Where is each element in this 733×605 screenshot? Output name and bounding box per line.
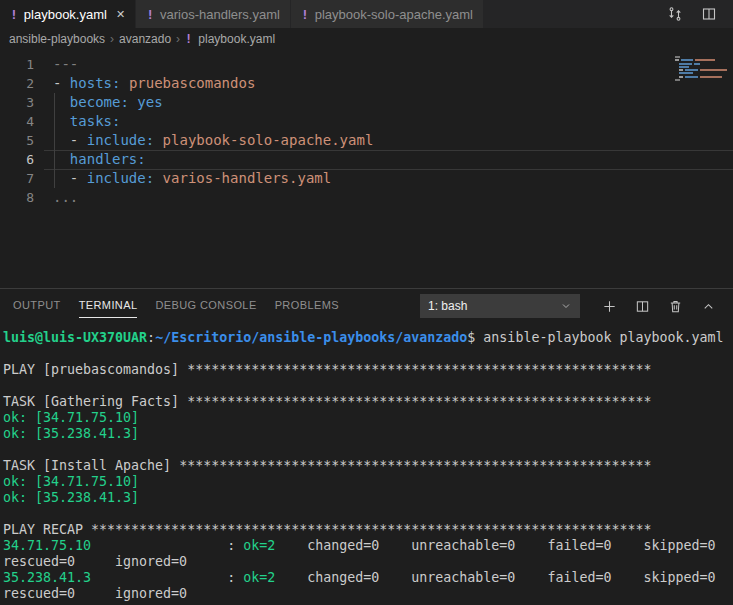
tab-label: playbook.yaml <box>24 7 107 22</box>
panel-actions: 1: bash <box>420 294 733 318</box>
yaml-file-icon: ! <box>301 7 309 22</box>
terminal-line <box>3 346 733 362</box>
terminal-line: ok: [34.71.75.10] <box>3 474 733 490</box>
terminal-line: rescued=0 ignored=0 <box>3 586 733 602</box>
minimap-bar <box>700 76 722 78</box>
breadcrumb[interactable]: ansible-playbooks›avanzado›!playbook.yam… <box>0 28 733 50</box>
line-number-gutter: 12345678 <box>0 55 34 207</box>
editor-tabs: !playbook.yaml✕!varios-handlers.yaml!pla… <box>0 0 651 28</box>
tab-playbook-solo-apache.yaml[interactable]: !playbook-solo-apache.yaml <box>291 0 484 28</box>
code-line: --- <box>53 55 373 74</box>
terminal-line: ok: [35.238.41.3] <box>3 426 733 442</box>
chevron-right-icon: › <box>110 32 114 46</box>
terminal-line: 35.238.41.3 : ok=2 changed=0 unreachable… <box>3 570 733 586</box>
line-number: 1 <box>0 55 34 74</box>
panel-header: OUTPUTTERMINALDEBUG CONSOLEPROBLEMS 1: b… <box>0 289 733 323</box>
maximize-panel-icon[interactable] <box>696 294 720 318</box>
kill-terminal-icon[interactable] <box>663 294 687 318</box>
code-line: ... <box>53 188 373 207</box>
line-number: 6 <box>0 150 34 169</box>
terminal-line: ok: [35.238.41.3] <box>3 490 733 506</box>
panel-tab-output[interactable]: OUTPUT <box>13 294 61 318</box>
terminal-line: luis@luis-UX370UAR:~/Escritorio/ansible-… <box>3 330 733 346</box>
terminal-line: PLAY [pruebascomandos] *****************… <box>3 362 733 378</box>
yaml-file-icon: ! <box>185 32 192 46</box>
line-number: 8 <box>0 188 34 207</box>
code-line: become: yes <box>53 93 373 112</box>
minimap-bar <box>675 59 679 61</box>
minimap-bar <box>695 59 715 61</box>
tab-varios-handlers.yaml[interactable]: !varios-handlers.yaml <box>136 0 291 28</box>
panel-tab-debug-console[interactable]: DEBUG CONSOLE <box>155 294 256 318</box>
code-line: - include: varios-handlers.yaml <box>53 169 373 188</box>
minimap[interactable] <box>675 56 731 82</box>
code-line: - hosts: pruebascomandos <box>53 74 373 93</box>
line-number: 5 <box>0 131 34 150</box>
new-terminal-icon[interactable] <box>597 294 621 318</box>
minimap-bar <box>679 66 689 68</box>
minimap-bar <box>681 59 693 61</box>
terminal-line <box>3 442 733 458</box>
line-number: 7 <box>0 169 34 188</box>
panel-tab-terminal[interactable]: TERMINAL <box>79 294 138 318</box>
minimap-bar <box>685 69 698 71</box>
editor-tab-bar: !playbook.yaml✕!varios-handlers.yaml!pla… <box>0 0 733 28</box>
panel-tab-problems[interactable]: PROBLEMS <box>275 294 339 318</box>
code-line: tasks: <box>53 112 373 131</box>
minimap-bar <box>675 56 680 58</box>
yaml-file-icon: ! <box>10 7 18 22</box>
chevron-down-icon <box>560 300 572 312</box>
swap-editors-icon[interactable] <box>665 4 685 24</box>
yaml-file-icon: ! <box>146 7 154 22</box>
line-number: 4 <box>0 112 34 131</box>
panel-tabs: OUTPUTTERMINALDEBUG CONSOLEPROBLEMS <box>0 294 339 318</box>
minimap-bar <box>679 69 683 71</box>
terminal-line: ok: [34.71.75.10] <box>3 410 733 426</box>
terminal-line: PLAY RECAP *****************************… <box>3 522 733 538</box>
bottom-panel: OUTPUTTERMINALDEBUG CONSOLEPROBLEMS 1: b… <box>0 288 733 605</box>
breadcrumb-item[interactable]: ansible-playbooks <box>9 32 105 46</box>
minimap-bar <box>675 79 680 81</box>
breadcrumb-file[interactable]: playbook.yaml <box>198 32 275 46</box>
tab-label: varios-handlers.yaml <box>160 7 280 22</box>
terminal-line <box>3 378 733 394</box>
code-line: - include: playbook-solo-apache.yaml <box>53 131 373 150</box>
code-line: handlers: <box>53 150 373 169</box>
minimap-bar <box>700 69 727 71</box>
terminal-line: rescued=0 ignored=0 <box>3 554 733 570</box>
minimap-row <box>675 79 731 82</box>
close-icon[interactable]: ✕ <box>116 8 125 21</box>
terminal-selector-value: 1: bash <box>428 299 467 313</box>
minimap-bar <box>694 63 700 65</box>
tab-label: playbook-solo-apache.yaml <box>315 7 473 22</box>
terminal-output[interactable]: luis@luis-UX370UAR:~/Escritorio/ansible-… <box>0 323 733 602</box>
line-number: 2 <box>0 74 34 93</box>
terminal-selector[interactable]: 1: bash <box>420 294 580 318</box>
editor[interactable]: 12345678 ---- hosts: pruebascomandos bec… <box>0 50 733 288</box>
terminal-line: 34.71.75.10 : ok=2 changed=0 unreachable… <box>3 538 733 554</box>
editor-tabbar-actions <box>651 0 733 28</box>
minimap-bar <box>679 76 683 78</box>
split-editor-icon[interactable] <box>699 4 719 24</box>
terminal-line: TASK [Gathering Facts] *****************… <box>3 394 733 410</box>
code-area[interactable]: ---- hosts: pruebascomandos become: yes … <box>53 55 373 207</box>
split-terminal-icon[interactable] <box>630 294 654 318</box>
line-number: 3 <box>0 93 34 112</box>
minimap-bar <box>679 72 693 74</box>
tab-playbook.yaml[interactable]: !playbook.yaml✕ <box>0 0 136 28</box>
terminal-line: TASK [Install Apache] ******************… <box>3 458 733 474</box>
vscode-window: !playbook.yaml✕!varios-handlers.yaml!pla… <box>0 0 733 605</box>
breadcrumb-item[interactable]: avanzado <box>119 32 171 46</box>
minimap-bar <box>679 63 692 65</box>
chevron-right-icon: › <box>176 32 180 46</box>
minimap-bar <box>685 76 698 78</box>
terminal-line <box>3 506 733 522</box>
